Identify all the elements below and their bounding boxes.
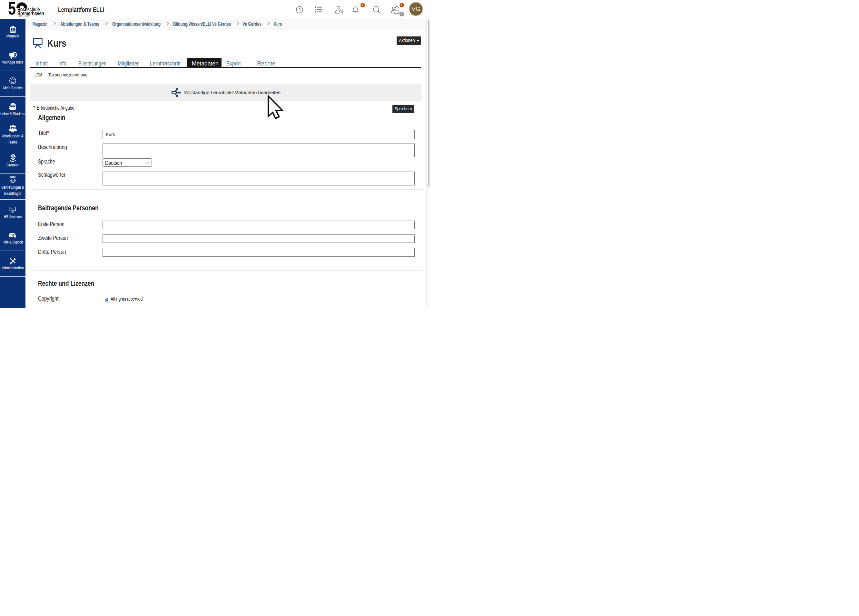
svg-text:?: ? — [14, 235, 16, 238]
svg-text:!: ! — [341, 10, 342, 13]
svg-text:?: ? — [298, 8, 301, 12]
